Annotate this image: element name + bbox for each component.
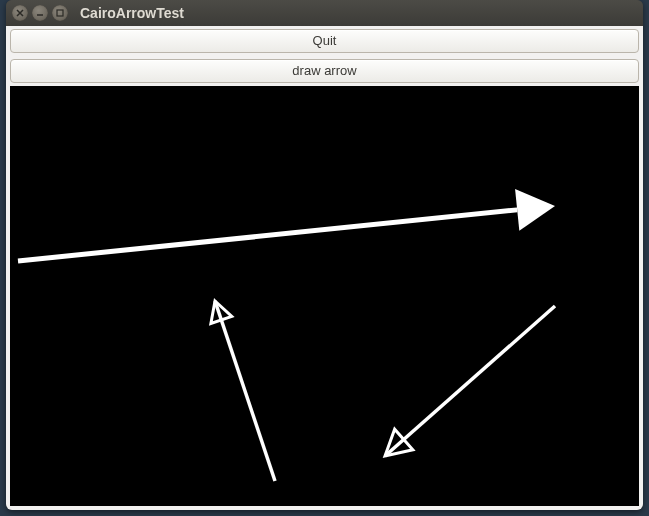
arrow-large-right-head <box>515 189 555 231</box>
arrow-up-shaft <box>215 301 275 481</box>
client-area: Quit draw arrow <box>6 26 643 510</box>
arrow-up-head <box>211 301 232 323</box>
maximize-icon[interactable] <box>52 5 68 21</box>
svg-rect-0 <box>57 10 63 16</box>
drawing-canvas[interactable] <box>10 86 639 506</box>
minimize-icon[interactable] <box>32 5 48 21</box>
button-row-draw: draw arrow <box>6 56 643 86</box>
arrow-svg <box>10 86 639 506</box>
titlebar[interactable]: CairoArrowTest <box>6 0 643 26</box>
close-icon[interactable] <box>12 5 28 21</box>
arrow-down-left-shaft <box>385 306 555 456</box>
quit-button[interactable]: Quit <box>10 29 639 53</box>
arrow-large-right-shaft <box>18 210 517 261</box>
button-row-quit: Quit <box>6 26 643 56</box>
draw-arrow-button[interactable]: draw arrow <box>10 59 639 83</box>
canvas-container <box>6 86 643 510</box>
app-window: CairoArrowTest Quit draw arrow <box>6 0 643 510</box>
window-title: CairoArrowTest <box>80 5 184 21</box>
